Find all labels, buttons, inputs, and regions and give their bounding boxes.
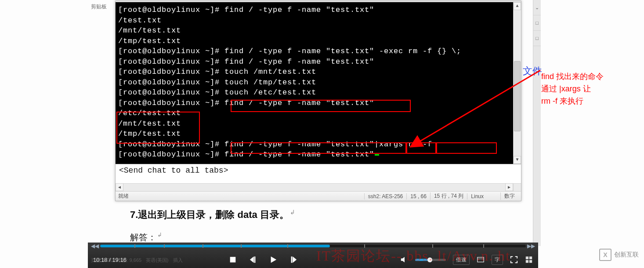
side-tool-icon[interactable]: □: [533, 15, 541, 31]
status-rowscols: 15 行 , 74 列: [430, 192, 467, 200]
svg-rect-4: [254, 257, 256, 263]
seek-back-icon[interactable]: ◀◀: [91, 243, 99, 250]
term-line: [root@oldboylinux ~]# find / -type f -na…: [116, 139, 521, 150]
status-bar: 就绪 ssh2: AES-256 15 , 66 15 行 , 74 列 Lin…: [116, 191, 521, 201]
terminal-window: [root@oldboylinux ~]# find / -type f -na…: [115, 0, 521, 201]
svg-rect-2: [230, 257, 236, 263]
caption-button[interactable]: 字: [492, 255, 503, 265]
term-line: [root@oldboylinux ~]# find / -type f -na…: [116, 57, 521, 67]
chat-placeholder: <Send chat to all tabs>: [119, 166, 228, 175]
svg-marker-8: [401, 257, 405, 263]
svg-rect-11: [526, 257, 528, 259]
word-status-row: 页面: 8/20字数: 9,665英语(美国)插入: [91, 257, 187, 264]
term-line: /tmp/test.txt: [116, 129, 521, 139]
svg-rect-13: [526, 260, 528, 263]
clipboard-label: 剪贴板: [91, 3, 107, 11]
chevron-down-icon[interactable]: ⌄: [533, 0, 541, 15]
term-line: /test.txt: [116, 15, 521, 26]
status-ssh: ssh2: AES-256: [364, 193, 406, 199]
term-line: [root@oldboylinux ~]# touch /tmp/test.tx…: [116, 77, 521, 88]
main-area: 剪贴板 [root@oldboylinux ~]# find / -type f…: [0, 0, 538, 268]
svg-rect-14: [529, 260, 532, 263]
svg-rect-12: [529, 257, 532, 259]
speed-button[interactable]: 倍速: [453, 255, 470, 265]
prev-button[interactable]: [249, 256, 257, 264]
svg-rect-7: [291, 257, 293, 263]
svg-marker-5: [271, 257, 277, 263]
scroll-left-icon[interactable]: ◀: [116, 183, 123, 191]
settings-icon[interactable]: [477, 256, 485, 264]
term-line: /tmp/test.txt: [116, 36, 521, 47]
scroll-down-icon[interactable]: ▼: [514, 156, 521, 164]
play-button[interactable]: [269, 256, 277, 264]
horizontal-scrollbar[interactable]: [116, 183, 513, 191]
annotation-text: find 找出来的命令 通过 |xargs 让 rm -f 来执行: [541, 70, 642, 107]
volume-icon[interactable]: [400, 256, 408, 264]
progress-track[interactable]: [100, 245, 526, 247]
scroll-right-icon[interactable]: ▶: [505, 183, 513, 191]
next-button[interactable]: [289, 256, 297, 264]
terminal-scrollbar[interactable]: ▲ ▼: [513, 2, 521, 164]
seek-forward-icon[interactable]: ▶▶: [527, 243, 535, 250]
svg-marker-3: [250, 257, 254, 263]
thumbnail-icon[interactable]: [525, 256, 533, 264]
volume-knob[interactable]: [427, 257, 432, 262]
brand-logo: X 创新互联: [599, 249, 639, 261]
doc-answer-label: 解答：↲: [130, 232, 162, 243]
side-pane[interactable]: ⌄ □ □: [533, 0, 541, 246]
status-cursor: 15 , 66: [406, 193, 430, 199]
term-line: /mnt/test.txt: [116, 119, 521, 129]
progress-bar[interactable]: ◀◀ ▶▶: [91, 243, 535, 250]
term-line: [root@oldboylinux ~]# touch /etc/test.tx…: [116, 87, 521, 98]
term-line: [root@oldboylinux ~]# find / -type f -na…: [116, 46, 521, 57]
doc-heading: 7.退出到上级目录，删除 data 目录。↲: [130, 208, 295, 221]
terminal-cursor: [375, 154, 379, 156]
status-ready: 就绪: [118, 192, 129, 200]
fullscreen-icon[interactable]: [510, 256, 518, 264]
logo-icon: X: [599, 249, 611, 261]
term-line: [root@oldboylinux ~]# find / -type f -na…: [116, 149, 521, 160]
side-tool-icon[interactable]: □: [533, 31, 541, 46]
scrollbar-thumb[interactable]: [514, 61, 521, 131]
volume-slider[interactable]: [415, 259, 446, 261]
term-line: [root@oldboylinux ~]# find / -type f -na…: [116, 98, 521, 109]
svg-marker-6: [293, 257, 297, 263]
term-line: [root@oldboylinux ~]# touch /mnt/test.tx…: [116, 67, 521, 77]
logo-text: 创新互联: [614, 251, 639, 259]
term-line: [root@oldboylinux ~]# find / -type f -na…: [116, 5, 521, 15]
stop-button[interactable]: [229, 256, 237, 264]
term-line: /mnt/test.txt: [116, 25, 521, 36]
scrollbar-corner: [513, 183, 521, 191]
blue-text-fragment: 文件: [523, 65, 542, 78]
svg-rect-9: [478, 257, 484, 262]
scroll-up-icon[interactable]: ▲: [514, 2, 521, 10]
chat-input[interactable]: <Send chat to all tabs> ◀ ▶: [116, 164, 521, 191]
status-mode: 数字: [500, 192, 518, 200]
terminal-body[interactable]: [root@oldboylinux ~]# find / -type f -na…: [116, 2, 521, 164]
status-os: Linux: [467, 193, 487, 199]
term-line: /etc/test.txt: [116, 108, 521, 119]
video-controls: ◀◀ ▶▶ 10:18 / 19:16 倍速 字: [88, 243, 538, 268]
